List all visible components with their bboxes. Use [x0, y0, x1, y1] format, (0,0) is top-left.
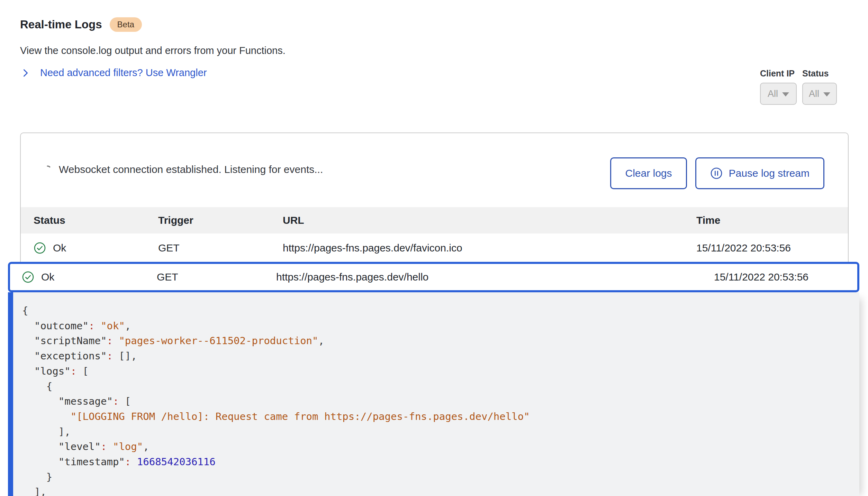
stream-status-message: Websocket connection established. Listen…	[59, 164, 323, 175]
url-cell: https://pages-fns.pages.dev/favicon.ico	[283, 233, 462, 263]
beta-badge: Beta	[110, 17, 142, 32]
clear-logs-label: Clear logs	[625, 167, 672, 179]
wrangler-link-row[interactable]: Need advanced filters? Use Wrangler	[21, 67, 207, 79]
time-cell: 15/11/2022 20:53:56	[696, 233, 791, 263]
status-dropdown-value: All	[809, 89, 819, 99]
chevron-right-icon	[21, 68, 30, 78]
trigger-cell: GET	[157, 264, 178, 290]
status-cell: Ok	[34, 233, 66, 263]
clear-logs-button[interactable]: Clear logs	[610, 157, 687, 189]
column-header-url: URL	[283, 207, 304, 233]
page-header: Real-time Logs Beta	[20, 17, 142, 32]
spinner-icon	[42, 164, 53, 175]
wrangler-link[interactable]: Need advanced filters? Use Wrangler	[40, 67, 207, 79]
caret-down-icon	[782, 92, 789, 97]
client-ip-dropdown-value: All	[768, 89, 778, 99]
pause-log-stream-button[interactable]: Pause log stream	[695, 157, 824, 189]
column-header-time: Time	[696, 207, 720, 233]
page-title: Real-time Logs	[20, 18, 102, 31]
log-table-row[interactable]: Ok GET https://pages-fns.pages.dev/favic…	[21, 233, 848, 263]
card-actions: Clear logs Pause log stream	[610, 157, 824, 189]
client-ip-dropdown[interactable]: All	[760, 83, 797, 105]
logs-card: Websocket connection established. Listen…	[20, 132, 849, 262]
check-circle-icon	[22, 271, 34, 283]
log-json: { "outcome": "ok", "scriptName": "pages-…	[13, 292, 859, 496]
pause-log-stream-label: Pause log stream	[729, 167, 810, 179]
expanded-log-section: Ok GET https://pages-fns.pages.dev/hello…	[8, 262, 859, 496]
time-cell: 15/11/2022 20:53:56	[714, 264, 808, 290]
status-value: Ok	[41, 271, 54, 283]
client-ip-filter-group: Client IP All	[760, 68, 797, 105]
table-header: Status Trigger URL Time	[21, 207, 848, 233]
check-circle-icon	[34, 242, 46, 254]
status-filter-label: Status	[802, 68, 837, 79]
column-header-status: Status	[34, 207, 65, 233]
pause-icon	[710, 167, 723, 180]
expanded-log-row[interactable]: Ok GET https://pages-fns.pages.dev/hello…	[8, 262, 859, 292]
url-cell: https://pages-fns.pages.dev/hello	[276, 264, 428, 290]
client-ip-label: Client IP	[760, 68, 797, 79]
caret-down-icon	[823, 92, 830, 97]
trigger-cell: GET	[158, 233, 180, 263]
stream-status: Websocket connection established. Listen…	[42, 164, 323, 175]
page-description: View the console.log output and errors f…	[20, 45, 286, 56]
log-detail-panel: { "outcome": "ok", "scriptName": "pages-…	[8, 292, 859, 496]
status-dropdown[interactable]: All	[802, 83, 837, 105]
status-filter-group: Status All	[802, 68, 837, 105]
column-header-trigger: Trigger	[158, 207, 193, 233]
status-cell: Ok	[22, 264, 54, 290]
status-value: Ok	[53, 242, 66, 254]
